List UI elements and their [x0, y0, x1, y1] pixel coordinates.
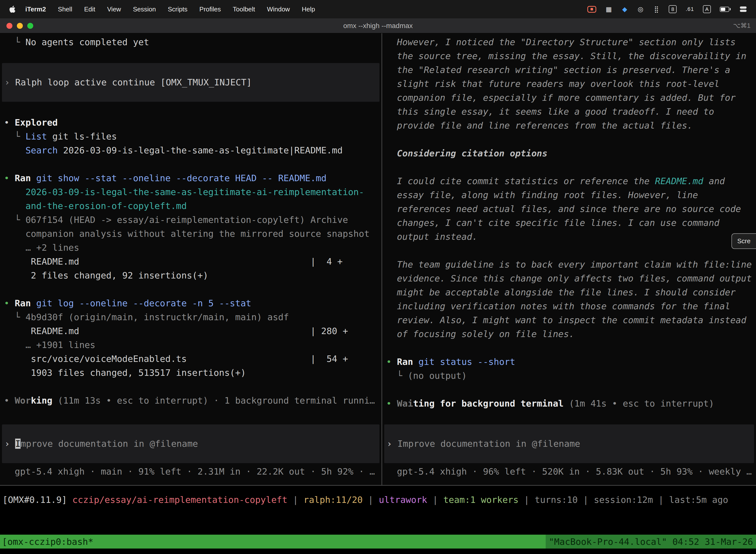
blank-line — [0, 49, 381, 63]
key-icon[interactable]: 8 — [669, 5, 677, 13]
apple-menu-icon[interactable] — [7, 5, 18, 13]
text-segment: README.md | 4 + — [4, 257, 342, 267]
text-segment: output instead. — [386, 232, 478, 242]
menu-item-scripts[interactable]: Scripts — [162, 5, 193, 13]
ralph-loop-banner[interactable]: › Ralph loop active continue [OMX_TMUX_I… — [2, 63, 379, 102]
text-segment: • — [4, 117, 15, 127]
menu-item-shell[interactable]: Shell — [52, 5, 78, 13]
text-segment: 2026-03-09-is-legal-the-same-as-legitima… — [4, 187, 364, 197]
terminal-line: 1903 files changed, 513517 insertions(+) — [0, 366, 381, 380]
keyboard-icon[interactable]: ▦ — [605, 4, 612, 14]
toggle-bar — [740, 10, 747, 12]
close-button[interactable] — [6, 23, 12, 29]
window-title: omx --xhigh --madmax — [0, 22, 756, 30]
terminal-line: … +1901 lines — [0, 338, 381, 352]
zoom-button[interactable] — [27, 23, 33, 29]
window-shortcut-badge: ⌥⌘1 — [733, 22, 756, 30]
battery-fill — [721, 8, 725, 11]
model-status-line: gpt-5.4 xhigh · main · 91% left · 2.31M … — [0, 465, 381, 479]
text-segment: No agents completed yet — [25, 37, 149, 47]
terminal-line: of focusing solely on file lines. — [382, 327, 756, 341]
text-segment: | — [288, 495, 304, 505]
text-segment: Ran — [397, 357, 413, 367]
text-segment: Ralph loop active continue [OMX_TMUX_INJ… — [15, 77, 252, 88]
waiting-status-line: • Waiting for background terminal (1m 41… — [382, 397, 756, 410]
menu-item-view[interactable]: View — [101, 5, 127, 13]
terminal-line: … +2 lines — [0, 241, 381, 255]
terminal-line: and-the-erosion-of-copyleft.md — [0, 199, 381, 213]
prompt-input: › Improve documentation in @filename — [384, 437, 754, 451]
terminal-line: Search 2026-03-09-is-legal-the-same-as-l… — [0, 144, 381, 157]
text-segment: | — [363, 495, 379, 505]
control-center-icon[interactable] — [740, 4, 747, 14]
menu-item-profiles[interactable]: Profiles — [193, 5, 227, 13]
text-segment: 1903 files changed, 513517 insertions(+) — [4, 368, 246, 378]
text-segment: … +1901 lines — [4, 340, 95, 350]
app-circle-icon[interactable]: ◎ — [637, 4, 644, 14]
text-segment: Wai — [397, 398, 413, 408]
text-segment: king — [31, 395, 52, 405]
terminal-line: src/voice/voiceModeEnabled.ts | 54 + — [0, 352, 381, 366]
input-source-icon[interactable]: A — [703, 5, 711, 13]
minimize-button[interactable] — [17, 23, 23, 29]
text-segment: | turns:10 | session:12m | last:5m ago — [519, 495, 728, 505]
menu-item-help[interactable]: Help — [296, 5, 321, 13]
text-segment: › — [4, 77, 15, 88]
tmux-pane-right[interactable]: However, I noticed the "Directory Struct… — [382, 33, 756, 485]
menu-item-window[interactable]: Window — [261, 5, 296, 13]
macos-menubar: iTerm2 ShellEditViewSessionScriptsProfil… — [0, 0, 756, 18]
menu-item-session[interactable]: Session — [127, 5, 162, 13]
menubar-app-name[interactable]: iTerm2 — [19, 5, 52, 13]
blank-line — [0, 282, 381, 296]
prompt-input: › Improve documentation in @filename — [2, 437, 379, 451]
text-segment: references need actual files, and since … — [386, 204, 741, 214]
blank-line — [382, 383, 756, 397]
terminal-line: provide file and line references from th… — [382, 119, 756, 132]
terminal-line: the "Related research writing" section i… — [382, 63, 756, 77]
record-dot — [590, 8, 593, 10]
prompt-input[interactable]: › Improve documentation in @filename — [384, 425, 754, 463]
battery-percent-badge[interactable]: .61 — [686, 4, 694, 14]
text-segment: evidence. Since this change only affects… — [386, 273, 752, 283]
menu-item-toolbelt[interactable]: Toolbelt — [227, 5, 261, 13]
text-segment: └ 067f154 (HEAD -> essay/ai-reimplementa… — [4, 215, 348, 225]
text-segment: review. Also, I might want to inspect th… — [386, 315, 746, 325]
text-segment: └ — [4, 37, 25, 47]
text-segment: cczip/essay/ai-reimplementation-copyleft — [72, 495, 288, 505]
thinking-heading-line: Considering citation options — [382, 147, 756, 160]
tmux-session-window-label: [omx-cczip0:bash* — [0, 537, 93, 547]
text-segment: of focusing solely on file lines. — [386, 329, 574, 339]
model-status-line: gpt-5.4 xhigh · 96% left · 520K in · 5.8… — [382, 465, 756, 479]
text-segment: git log --oneline --decorate -n 5 --stat — [31, 298, 251, 308]
text-segment: List — [25, 131, 47, 142]
blank-line — [382, 160, 756, 174]
dots-grid-icon[interactable]: ⣿ — [653, 4, 660, 14]
tmux-pane-left[interactable]: └ No agents completed yet › Ralph loop a… — [0, 33, 381, 485]
text-segment: git status --short — [413, 357, 515, 367]
screen-recording-icon[interactable] — [587, 6, 596, 13]
text-segment: Ran — [15, 173, 31, 183]
terminal-line: changes, I can't cite specific file line… — [382, 216, 756, 230]
text-segment: • — [4, 395, 15, 405]
terminal-line: └ (no output) — [382, 369, 756, 383]
menubar-status-icons: ▦◆◎⣿8.61A — [587, 4, 749, 14]
text-segment: (1m 41s • esc to interrupt) — [564, 398, 714, 408]
raycast-icon[interactable]: ◆ — [621, 4, 628, 14]
terminal-line: The team guideline is to back every impo… — [382, 258, 756, 272]
text-segment: • — [386, 398, 397, 408]
omx-status-bar: [OMX#0.11.9] cczip/essay/ai-reimplementa… — [0, 493, 756, 507]
prompt-input[interactable]: › Improve documentation in @filename — [2, 425, 379, 463]
text-segment: team:1 workers — [443, 495, 518, 505]
terminal-line: slight risk that future readers may over… — [382, 77, 756, 91]
text-segment: companion file, especially if more comme… — [386, 93, 736, 103]
blank-line — [382, 341, 756, 355]
text-segment: Improve documentation in @filename — [397, 439, 580, 449]
text-segment: git show --stat --oneline --decorate HEA… — [31, 173, 326, 183]
text-segment: ralph:11/20 — [304, 495, 363, 505]
text-segment: Search — [4, 145, 58, 155]
text-segment: might be acceptable alongside the file l… — [386, 287, 736, 297]
terminal-line: └ 067f154 (HEAD -> essay/ai-reimplementa… — [0, 213, 381, 227]
battery-icon[interactable] — [720, 4, 731, 14]
menu-item-edit[interactable]: Edit — [78, 5, 101, 13]
terminal-line: might be acceptable alongside the file l… — [382, 285, 756, 299]
